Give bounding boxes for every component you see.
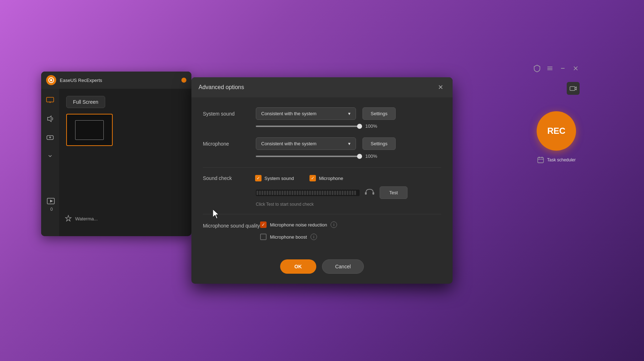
meter-bar-19 bbox=[302, 191, 303, 195]
system-sound-check-label: System sound bbox=[264, 176, 294, 181]
meter-bar-12 bbox=[284, 191, 286, 195]
dialog-titlebar: Advanced options ✕ bbox=[191, 77, 453, 97]
meter-bar-14 bbox=[289, 191, 291, 195]
meter-bar-31 bbox=[332, 191, 333, 195]
meter-bar-1 bbox=[257, 191, 258, 195]
meter-bar-8 bbox=[274, 191, 276, 195]
microphone-settings-button[interactable]: Settings bbox=[362, 137, 396, 150]
microphone-check-item: ✓ Microphone bbox=[309, 175, 343, 181]
microphone-value: Consistent with the system bbox=[261, 141, 317, 146]
microphone-slider-row: 100% bbox=[256, 153, 441, 159]
meter-bar-26 bbox=[319, 191, 321, 195]
cancel-button[interactable]: Cancel bbox=[322, 259, 364, 274]
system-sound-value: Consistent with the system bbox=[261, 111, 317, 116]
noise-reduction-row: ✓ Microphone noise reduction i bbox=[260, 221, 337, 228]
system-sound-dropdown[interactable]: Consistent with the system ▾ bbox=[256, 107, 356, 120]
system-sound-checkbox[interactable]: ✓ bbox=[255, 175, 262, 181]
headphone-icon bbox=[365, 187, 375, 198]
noise-reduction-label: Microphone noise reduction bbox=[270, 222, 327, 228]
system-sound-chevron: ▾ bbox=[348, 111, 351, 116]
svg-rect-23 bbox=[365, 192, 367, 195]
meter-bar-30 bbox=[329, 191, 331, 195]
click-test-hint: Click Test to start sound check bbox=[256, 202, 441, 207]
mic-quality-options: ✓ Microphone noise reduction i Microphon… bbox=[260, 221, 337, 240]
meter-bar-11 bbox=[282, 191, 283, 195]
system-sound-check-item: ✓ System sound bbox=[255, 175, 294, 181]
ok-button[interactable]: OK bbox=[280, 259, 316, 274]
sound-check-section: Sound check ✓ System sound ✓ Microphone bbox=[203, 175, 441, 207]
mic-quality-section: Microphone sound quality ✓ Microphone no… bbox=[203, 221, 441, 240]
meter-bar-38 bbox=[349, 191, 351, 195]
meter-bar-25 bbox=[317, 191, 318, 195]
mic-boost-row: Microphone boost i bbox=[260, 234, 337, 240]
microphone-slider-fill bbox=[256, 156, 360, 157]
advanced-options-dialog: Advanced options ✕ System sound Consiste… bbox=[191, 77, 453, 284]
meter-bar-23 bbox=[312, 191, 313, 195]
mic-boost-info-icon[interactable]: i bbox=[311, 234, 317, 240]
microphone-slider-thumb[interactable] bbox=[357, 154, 362, 159]
meter-bar-24 bbox=[314, 191, 316, 195]
meter-bar-10 bbox=[279, 191, 281, 195]
meter-bar-33 bbox=[337, 191, 338, 195]
meter-bar-22 bbox=[309, 191, 311, 195]
meter-bar-27 bbox=[322, 191, 323, 195]
meter-bar-16 bbox=[294, 191, 296, 195]
mic-boost-label: Microphone boost bbox=[270, 234, 307, 240]
svg-rect-24 bbox=[372, 192, 374, 195]
meter-bar-17 bbox=[297, 191, 298, 195]
meter-bar-35 bbox=[342, 191, 343, 195]
meter-bar-7 bbox=[272, 191, 273, 195]
system-sound-label: System sound bbox=[203, 111, 249, 117]
system-sound-slider-row: 100% bbox=[256, 123, 441, 129]
microphone-check-label: Microphone bbox=[319, 176, 343, 181]
system-sound-settings-button[interactable]: Settings bbox=[362, 107, 396, 120]
test-button[interactable]: Test bbox=[380, 186, 408, 199]
meter-bar-32 bbox=[334, 191, 336, 195]
noise-reduction-info-icon[interactable]: i bbox=[331, 221, 337, 228]
meter-bar-40 bbox=[354, 191, 356, 195]
mic-boost-checkbox[interactable] bbox=[260, 234, 267, 240]
meter-bar-2 bbox=[259, 191, 261, 195]
meter-bar-13 bbox=[287, 191, 288, 195]
dialog-title: Advanced options bbox=[199, 84, 244, 91]
system-sound-slider-track[interactable] bbox=[256, 126, 360, 127]
divider-2 bbox=[203, 214, 441, 214]
microphone-slider-track[interactable] bbox=[256, 156, 360, 157]
meter-bar-34 bbox=[339, 191, 341, 195]
meter-bar-20 bbox=[304, 191, 306, 195]
microphone-row: Microphone Consistent with the system ▾ … bbox=[203, 137, 441, 150]
divider-1 bbox=[203, 167, 441, 168]
system-sound-slider-thumb[interactable] bbox=[357, 124, 362, 129]
sound-meter-row: Test bbox=[256, 186, 441, 199]
mic-quality-label: Microphone sound quality bbox=[203, 221, 260, 240]
system-sound-slider-fill bbox=[256, 126, 360, 127]
dialog-footer: OK Cancel bbox=[191, 259, 453, 284]
meter-bar-29 bbox=[327, 191, 328, 195]
microphone-volume: 100% bbox=[365, 153, 381, 159]
meter-bar-6 bbox=[269, 191, 271, 195]
sound-check-label: Sound check bbox=[203, 175, 249, 181]
dialog-body: System sound Consistent with the system … bbox=[191, 97, 453, 259]
microphone-label: Microphone bbox=[203, 141, 249, 147]
system-sound-volume: 100% bbox=[365, 123, 381, 129]
meter-bar-4 bbox=[264, 191, 266, 195]
meter-bar-5 bbox=[267, 191, 268, 195]
meter-bar-15 bbox=[292, 191, 293, 195]
microphone-dropdown[interactable]: Consistent with the system ▾ bbox=[256, 137, 356, 150]
meter-bar-37 bbox=[347, 191, 348, 195]
microphone-chevron: ▾ bbox=[348, 141, 351, 146]
noise-reduction-checkbox[interactable]: ✓ bbox=[260, 221, 267, 228]
meter-bar-18 bbox=[299, 191, 301, 195]
microphone-check-checkbox[interactable]: ✓ bbox=[309, 175, 316, 181]
sound-meter bbox=[256, 190, 360, 196]
dialog-close-button[interactable]: ✕ bbox=[435, 82, 445, 92]
sound-check-row: Sound check ✓ System sound ✓ Microphone bbox=[203, 175, 441, 181]
meter-bar-39 bbox=[352, 191, 353, 195]
system-sound-row: System sound Consistent with the system … bbox=[203, 107, 441, 120]
meter-bar-28 bbox=[324, 191, 326, 195]
meter-bar-9 bbox=[277, 191, 278, 195]
meter-bar-36 bbox=[344, 191, 346, 195]
dialog-overlay: Advanced options ✕ System sound Consiste… bbox=[0, 0, 644, 361]
meter-bar-3 bbox=[262, 191, 263, 195]
meter-bar-21 bbox=[307, 191, 308, 195]
